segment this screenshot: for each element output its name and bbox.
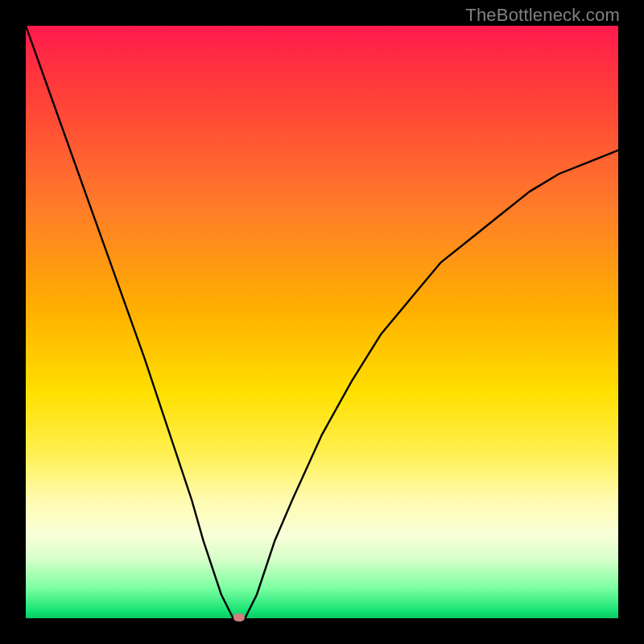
optimal-point-marker <box>233 613 245 621</box>
chart-plot-area <box>26 26 618 618</box>
bottleneck-curve <box>26 26 618 618</box>
chart-frame: TheBottleneck.com <box>0 0 644 644</box>
watermark-text: TheBottleneck.com <box>465 5 620 26</box>
